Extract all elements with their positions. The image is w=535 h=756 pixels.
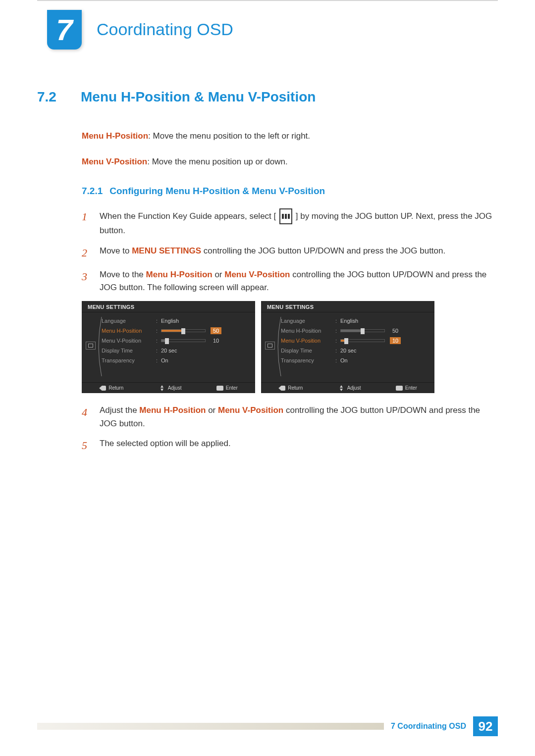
- osd-row-value: 20 sec: [340, 348, 356, 353]
- slider-handle: [361, 328, 365, 334]
- osd-panel-title: MENU SETTINGS: [267, 304, 314, 310]
- colon: :: [156, 318, 161, 324]
- osd-panel-hpos: MENU SETTINGS Language : English Menu H-…: [82, 301, 255, 393]
- enter-icon: [396, 386, 403, 391]
- page-number: 92: [473, 716, 498, 736]
- step-4: 4 Adjust the Menu H-Position or Menu V-P…: [82, 404, 495, 430]
- colon: :: [156, 348, 161, 353]
- monitor-icon: [86, 342, 96, 350]
- osd-panel-title: MENU SETTINGS: [88, 304, 134, 310]
- slider-value: 10: [390, 337, 401, 344]
- osd-row-value: On: [340, 357, 348, 363]
- step-text: Adjust the Menu H-Position or Menu V-Pos…: [100, 404, 495, 430]
- definition-term: Menu V-Position: [82, 157, 147, 166]
- osd-footer-adjust: Adjust: [159, 385, 182, 391]
- osd-row-value: English: [161, 318, 179, 324]
- step-1: 1 When the Function Key Guide appears, s…: [82, 208, 495, 238]
- definition-desc: : Move the menu position up or down.: [147, 157, 288, 166]
- definition-hpos: Menu H-Position: Move the menu position …: [82, 130, 495, 143]
- slider-value: 50: [211, 327, 221, 334]
- osd-footer-label: Enter: [226, 385, 238, 391]
- slider-handle: [344, 338, 348, 344]
- osd-footer-label: Return: [288, 385, 303, 391]
- osd-row-value: On: [161, 357, 168, 363]
- osd-screenshots: MENU SETTINGS Language : English Menu H-…: [82, 301, 495, 393]
- osd-footer-label: Return: [108, 385, 123, 391]
- step-number: 4: [82, 404, 91, 430]
- step-text: The selected option will be applied.: [100, 437, 231, 454]
- text-fragment: Menu H-Position: [146, 270, 213, 279]
- colon: :: [156, 357, 161, 363]
- text-fragment: Adjust the: [100, 405, 139, 415]
- adjust-icon: [338, 385, 345, 391]
- osd-row-label: Display Time: [102, 348, 156, 353]
- enter-icon: [216, 386, 223, 391]
- text-fragment: Menu V-Position: [224, 270, 290, 279]
- osd-footer-enter: Enter: [396, 385, 417, 391]
- osd-footer-return: Return: [278, 385, 303, 391]
- osd-row-label: Menu H-Position: [281, 328, 335, 334]
- osd-panel-vpos: MENU SETTINGS Language : English Menu H-…: [261, 301, 434, 393]
- step-number: 2: [82, 245, 91, 261]
- osd-row-label: Language: [102, 318, 156, 324]
- osd-row-label: Menu V-Position: [102, 338, 156, 344]
- text-fragment: controlling the JOG button UP/DOWN and p…: [201, 246, 445, 255]
- step-number: 5: [82, 437, 91, 454]
- colon: :: [335, 348, 340, 353]
- slider: 50: [161, 327, 221, 334]
- osd-panel-body: Language : English Menu H-Position : 50: [102, 316, 250, 365]
- subsection-heading: 7.2.1 Configuring Menu H-Position & Menu…: [82, 186, 495, 197]
- slider-handle: [181, 328, 185, 334]
- text-fragment: Menu V-Position: [218, 405, 283, 415]
- step-number: 1: [82, 208, 91, 238]
- osd-row-language: Language : English: [102, 316, 250, 326]
- osd-row-label: Menu H-Position: [102, 328, 156, 334]
- colon: :: [156, 328, 161, 334]
- monitor-icon: [265, 342, 275, 350]
- slider-track: [161, 339, 206, 342]
- divider: [261, 312, 434, 312]
- slider-value: 50: [390, 327, 401, 334]
- subsection-number: 7.2.1: [82, 186, 103, 197]
- osd-footer-label: Enter: [405, 385, 417, 391]
- step-5: 5 The selected option will be applied.: [82, 437, 495, 454]
- text-fragment: Menu H-Position: [139, 405, 206, 415]
- section-heading: 7.2 Menu H-Position & Menu V-Position: [37, 89, 495, 105]
- osd-row-label: Language: [281, 318, 335, 324]
- text-fragment: MENU SETTINGS: [132, 246, 201, 255]
- steps-list: 1 When the Function Key Guide appears, s…: [82, 208, 495, 454]
- colon: :: [335, 357, 340, 363]
- osd-row-value: 20 sec: [161, 348, 177, 353]
- top-rule: [37, 0, 498, 1]
- menu-icon: [279, 208, 292, 224]
- osd-footer: Return Adjust Enter: [261, 382, 434, 393]
- colon: :: [335, 338, 340, 344]
- definition-desc: : Move the menu position to the left or …: [148, 131, 310, 141]
- text-fragment: or: [206, 405, 218, 415]
- osd-footer-return: Return: [99, 385, 123, 391]
- colon: :: [156, 338, 161, 344]
- osd-footer-label: Adjust: [347, 385, 361, 391]
- slider-track: [340, 329, 385, 332]
- osd-row-hpos: Menu H-Position : 50: [281, 326, 429, 336]
- text-fragment: When the Function Key Guide appears, sel…: [100, 211, 276, 221]
- osd-row-label: Transparency: [281, 357, 335, 363]
- definition-vpos: Menu V-Position: Move the menu position …: [82, 155, 495, 168]
- osd-footer: Return Adjust Enter: [82, 382, 255, 393]
- section-number: 7.2: [37, 89, 67, 105]
- osd-row-label: Transparency: [102, 357, 156, 363]
- slider: 10: [340, 337, 401, 344]
- osd-row-hpos: Menu H-Position : 50: [102, 326, 250, 336]
- page-content: 7.2 Menu H-Position & Menu V-Position Me…: [37, 89, 495, 461]
- chapter-number: 7: [56, 13, 72, 47]
- colon: :: [335, 318, 340, 324]
- text-fragment: Move to: [100, 246, 132, 255]
- page-footer: 7 Coordinating OSD 92: [37, 716, 498, 736]
- definition-term: Menu H-Position: [82, 131, 148, 141]
- chapter-title: Coordinating OSD: [97, 20, 233, 39]
- osd-row-vpos: Menu V-Position : 10: [281, 336, 429, 346]
- slider-track: [340, 339, 385, 342]
- footer-label: 7 Coordinating OSD: [384, 722, 473, 731]
- step-2: 2 Move to MENU SETTINGS controlling the …: [82, 245, 495, 261]
- text-fragment: or: [213, 270, 225, 279]
